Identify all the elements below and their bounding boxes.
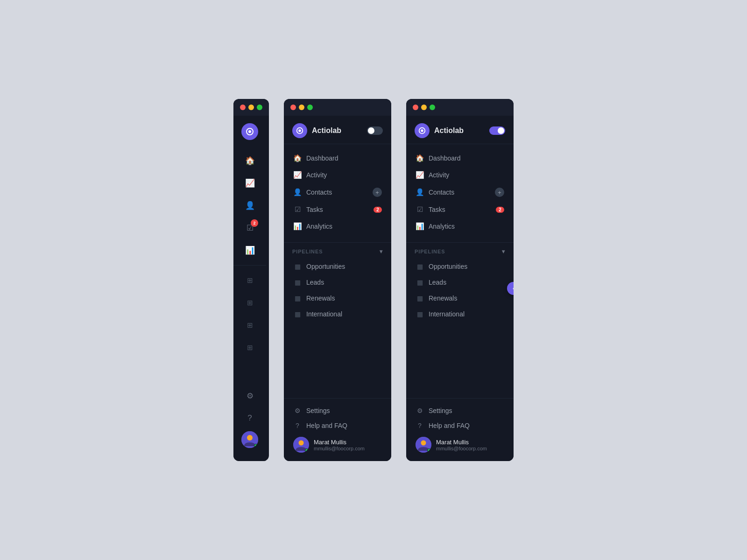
pipelines-section-label-3: PIPELINES ▾: [406, 245, 514, 257]
nav-icon-leads[interactable]: ⊞: [240, 294, 259, 312]
nav-label-opportunities-3: Opportunities: [429, 263, 504, 270]
nav-label-opportunities-2: Opportunities: [306, 263, 382, 270]
nav-contacts-3[interactable]: 👤 Contacts +: [411, 183, 509, 201]
nav-section-3: 🏠 Dashboard 📈 Activity 👤 Contacts + ☑ Ta…: [406, 144, 514, 240]
nav-label-international-3: International: [429, 310, 504, 318]
nav-dashboard-3[interactable]: 🏠 Dashboard: [411, 150, 509, 167]
svg-point-9: [421, 129, 423, 132]
nav-icon-tasks[interactable]: ☑: [240, 218, 259, 237]
nav-analytics-3[interactable]: 📊 Analytics: [411, 218, 509, 235]
nav-settings-3[interactable]: ⚙ Settings: [411, 403, 509, 418]
user-email-3: mmullis@foocorp.com: [436, 446, 487, 451]
contacts-badge-2: +: [373, 188, 382, 197]
contacts-badge-3: +: [495, 188, 504, 197]
help-label-2: Help and FAQ: [306, 422, 347, 429]
nav-icon-contacts[interactable]: 👤: [240, 196, 259, 215]
svg-point-11: [421, 441, 426, 446]
contacts-icon-2: 👤: [293, 188, 302, 196]
svg-point-3: [247, 435, 253, 441]
nav-label-dashboard-3: Dashboard: [429, 154, 504, 162]
bottom-icons-narrow: ⚙ ?: [240, 386, 259, 448]
nav-icons-narrow: 🏠 📈 👤 ☑ 📊: [240, 151, 259, 259]
nav-label-contacts-2: Contacts: [306, 189, 368, 196]
nav-activity-2[interactable]: 📈 Activity: [289, 167, 387, 183]
nav-label-renewals-2: Renewals: [306, 294, 382, 302]
divider-3: [406, 242, 514, 243]
nav-leads-2[interactable]: ▦ Leads: [289, 274, 387, 290]
pipeline-icon-leads-3: ▦: [416, 279, 424, 286]
nav-icon-international[interactable]: ⊞: [240, 338, 259, 357]
nav-tasks-3[interactable]: ☑ Tasks 2: [411, 201, 509, 218]
user-info-3: Marat Mullis mmullis@foocorp.com: [436, 439, 487, 451]
toggle-2[interactable]: [367, 126, 383, 135]
nav-activity-3[interactable]: 📈 Activity: [411, 167, 509, 183]
nav-label-renewals-3: Renewals: [429, 294, 504, 302]
nav-icon-activity[interactable]: 📈: [240, 174, 259, 192]
nav-renewals-2[interactable]: ▦ Renewals: [289, 290, 387, 306]
avatar-narrow[interactable]: [241, 431, 258, 448]
sidebar-header-3: Actiolab: [406, 116, 514, 144]
help-label-3: Help and FAQ: [429, 422, 470, 429]
nav-label-leads-2: Leads: [306, 279, 382, 286]
online-indicator-2: [305, 448, 309, 452]
titlebar-2: [284, 99, 391, 116]
nav-tasks-2[interactable]: ☑ Tasks 2: [289, 201, 387, 218]
divider-mid: [233, 265, 266, 266]
nav-international-3[interactable]: ▦ International: [411, 306, 509, 322]
sidebar-header-2: Actiolab: [284, 116, 391, 144]
nav-help-2[interactable]: ? Help and FAQ: [289, 418, 387, 433]
nav-opportunities-3[interactable]: ▦ Opportunities: [411, 259, 509, 274]
nav-label-dashboard-2: Dashboard: [306, 154, 382, 162]
nav-leads-3[interactable]: ▦ Leads: [411, 274, 509, 290]
app-logo-3[interactable]: [415, 123, 430, 138]
nav-icon-opportunities[interactable]: ⊞: [240, 271, 259, 290]
tasks-icon-3: ☑: [416, 205, 424, 214]
tasks-badge-2: 2: [374, 207, 382, 213]
nav-icon-help[interactable]: ?: [240, 409, 259, 427]
settings-icon-3: ⚙: [416, 407, 424, 414]
user-name-3: Marat Mullis: [436, 439, 487, 446]
app-name-2: Actiolab: [312, 126, 362, 135]
sidebar-wide-3: ‹ 🖱 Actiolab 🏠 Dashboard 📈 Activity: [406, 116, 514, 461]
nav-settings-2[interactable]: ⚙ Settings: [289, 403, 387, 418]
chevron-down-icon-2: ▾: [380, 248, 383, 255]
nav-icon-renewals[interactable]: ⊞: [240, 316, 259, 335]
nav-icon-dashboard[interactable]: 🏠: [240, 151, 259, 170]
dot-red: [240, 105, 246, 110]
user-email-2: mmullis@foocorp.com: [314, 446, 365, 451]
nav-opportunities-2[interactable]: ▦ Opportunities: [289, 259, 387, 274]
app-logo-narrow[interactable]: [241, 123, 258, 140]
online-indicator-narrow: [254, 444, 258, 448]
nav-analytics-2[interactable]: 📊 Analytics: [289, 218, 387, 235]
chevron-down-icon-3: ▾: [502, 248, 505, 255]
pipeline-icon-renewals-3: ▦: [416, 294, 424, 302]
nav-contacts-2[interactable]: 👤 Contacts +: [289, 183, 387, 201]
nav-renewals-3[interactable]: ▦ Renewals: [411, 290, 509, 306]
user-row-3[interactable]: Marat Mullis mmullis@foocorp.com: [411, 433, 509, 456]
nav-icon-analytics[interactable]: 📊: [240, 241, 259, 259]
toggle-3[interactable]: [489, 126, 505, 135]
nav-help-3[interactable]: ? Help and FAQ: [411, 418, 509, 433]
nav-section-2: 🏠 Dashboard 📈 Activity 👤 Contacts + ☑ Ta…: [284, 144, 391, 240]
nav-label-contacts-3: Contacts: [429, 189, 490, 196]
dot-red-3: [413, 105, 418, 110]
contacts-icon-3: 👤: [416, 188, 424, 196]
titlebar-3: [406, 99, 514, 116]
online-indicator-3: [427, 448, 431, 452]
dot-yellow: [248, 105, 254, 110]
user-row-2[interactable]: Marat Mullis mmullis@foocorp.com: [289, 433, 387, 456]
pipeline-icon-international-2: ▦: [293, 310, 302, 318]
nav-dashboard-2[interactable]: 🏠 Dashboard: [289, 150, 387, 167]
nav-label-leads-3: Leads: [429, 279, 504, 286]
dot-yellow-3: [421, 105, 427, 110]
help-icon-2: ?: [293, 422, 302, 429]
app-name-3: Actiolab: [434, 126, 485, 135]
nav-label-activity-2: Activity: [306, 171, 382, 179]
nav-icon-settings[interactable]: ⚙: [240, 386, 259, 405]
activity-icon-2: 📈: [293, 171, 302, 179]
app-logo-2[interactable]: [292, 123, 307, 138]
pipeline-icon-leads-2: ▦: [293, 279, 302, 286]
nav-international-2[interactable]: ▦ International: [289, 306, 387, 322]
nav-label-analytics-3: Analytics: [429, 223, 504, 230]
pipelines-section-label-2: PIPELINES ▾: [284, 245, 391, 257]
